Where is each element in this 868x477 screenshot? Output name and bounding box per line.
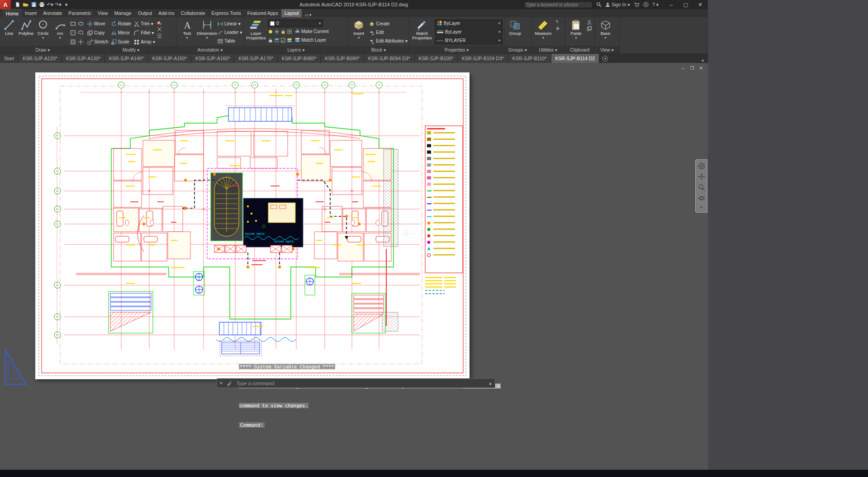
panel-label-properties[interactable]: Properties▾: [409, 46, 504, 53]
match-properties-button[interactable]: Match Properties: [411, 18, 433, 40]
ribbon-tab-output[interactable]: Output: [135, 9, 156, 17]
layer-walk-icon[interactable]: [274, 38, 280, 43]
dropdown-arrow-icon[interactable]: ▾: [59, 36, 61, 40]
ribbon-tab-home[interactable]: Home: [3, 9, 22, 17]
layer-off-icon[interactable]: [268, 29, 273, 34]
file-tab[interactable]: KSR-SJP-A170*: [234, 54, 277, 63]
full-navigation-wheel-icon[interactable]: [698, 162, 705, 172]
mirror-button[interactable]: Mirror: [111, 29, 131, 37]
linetype-select[interactable]: BYLAYER ▾: [435, 37, 503, 44]
dropdown-arrow-icon[interactable]: ▾: [575, 36, 577, 40]
group-button[interactable]: Group: [506, 18, 524, 36]
copy-clip-icon[interactable]: [587, 26, 592, 31]
dropdown-arrow-icon[interactable]: ▾: [65, 2, 68, 8]
dropdown-arrow-icon[interactable]: ▾: [51, 2, 53, 8]
drawing-viewport[interactable]: – ❐ ✕ ESCAPE ROUTEESCAPE ROUTE **** Syst…: [0, 63, 708, 470]
dropdown-arrow-icon[interactable]: ▾: [309, 13, 312, 17]
ribbon-tab-view[interactable]: View: [95, 9, 111, 17]
layer-lock-icon[interactable]: [280, 29, 286, 34]
tab-overflow-icon[interactable]: ▾: [702, 58, 704, 63]
line-button[interactable]: Line: [1, 18, 17, 36]
ribbon-tab-featured-apps[interactable]: Featured Apps: [244, 9, 281, 17]
hatch-icon[interactable]: [69, 29, 76, 37]
edit-block-button[interactable]: Edit: [369, 28, 408, 37]
minimize-button[interactable]: –: [664, 0, 678, 9]
dropdown-arrow-icon[interactable]: ▾: [542, 36, 544, 40]
sign-in-button[interactable]: Sign In ▾: [605, 2, 630, 7]
dropdown-arrow-icon[interactable]: ▾: [604, 36, 606, 40]
layer-isolate-icon[interactable]: [287, 29, 292, 34]
command-close-icon[interactable]: ✕: [217, 381, 225, 386]
windows-taskbar[interactable]: [0, 470, 868, 477]
autodesk-account-icon[interactable]: [643, 2, 649, 7]
doc-close-button[interactable]: ✕: [698, 66, 704, 71]
ribbon-tab-layout[interactable]: Layout: [281, 9, 302, 17]
zoom-icon[interactable]: [698, 184, 705, 193]
search-input[interactable]: Type a keyword or phrase: [524, 1, 593, 8]
dropdown-arrow-icon[interactable]: ▾: [240, 30, 242, 35]
ribbon-tab-express-tools[interactable]: Express Tools: [208, 9, 244, 17]
dropdown-arrow-icon[interactable]: ▾: [152, 30, 154, 35]
file-tab-active[interactable]: KSR-SJP-B114 D2: [551, 54, 600, 63]
scale-button[interactable]: Scale: [111, 38, 131, 46]
redo-icon[interactable]: ↷▾: [54, 0, 62, 9]
dropdown-arrow-icon[interactable]: ▾: [405, 38, 408, 43]
orbit-icon[interactable]: [698, 195, 705, 204]
id-point-icon[interactable]: [555, 26, 560, 31]
app-store-cart-icon[interactable]: [634, 2, 640, 7]
ribbon-tab-insert[interactable]: Insert: [22, 9, 40, 17]
insert-button[interactable]: Insert ▾: [350, 18, 368, 40]
ellipse-icon[interactable]: [77, 19, 84, 28]
maximize-button[interactable]: ▢: [678, 0, 693, 9]
array-button[interactable]: Array▾: [134, 38, 155, 46]
panel-label-clipboard[interactable]: Clipboard: [565, 46, 594, 53]
panel-label-groups[interactable]: Groups▾: [504, 46, 531, 53]
file-tab[interactable]: KSR-SJP-A140*: [105, 54, 148, 63]
paste-button[interactable]: Paste ▾: [567, 18, 585, 40]
file-tab[interactable]: KSR-SJP-A130*: [62, 54, 105, 63]
polyline-button[interactable]: Polyline: [19, 18, 34, 36]
navbar-more-icon[interactable]: ▾: [700, 205, 702, 210]
layer-unlock-icon[interactable]: [268, 38, 273, 43]
dimension-button[interactable]: Dimension ▾: [198, 18, 216, 40]
offset-icon[interactable]: [157, 33, 162, 39]
ribbon-display-toggle[interactable]: ▭▾: [304, 13, 311, 17]
doc-restore-button[interactable]: ❐: [689, 66, 695, 71]
file-tab[interactable]: KSR-SJP-B080*: [278, 54, 321, 63]
file-tab[interactable]: KSR-SJP-B104 D3*: [458, 54, 508, 63]
file-tab[interactable]: KSR-SJP-B110*: [508, 54, 551, 63]
ribbon-tab-manage[interactable]: Manage: [111, 9, 135, 17]
revision-cloud-icon[interactable]: [77, 29, 84, 37]
dropdown-arrow-icon[interactable]: ▾: [153, 39, 155, 44]
arc-button[interactable]: Arc ▾: [52, 18, 68, 40]
rectangle-icon[interactable]: [69, 19, 76, 28]
ribbon-tab-collaborate[interactable]: Collaborate: [178, 9, 209, 17]
panel-label-layers[interactable]: Layers▾: [244, 46, 348, 53]
region-icon[interactable]: [69, 38, 76, 46]
table-button[interactable]: Table: [218, 37, 242, 45]
doc-minimize-button[interactable]: –: [680, 66, 686, 71]
explode-icon[interactable]: [157, 26, 162, 32]
file-tab[interactable]: KSR-SJP-B094 D3*: [364, 54, 415, 63]
help-icon[interactable]: ?▾: [652, 2, 659, 7]
undo-icon[interactable]: ↶▾: [46, 0, 54, 9]
text-button[interactable]: A Text ▾: [178, 18, 196, 40]
dropdown-arrow-icon[interactable]: ▾: [358, 36, 360, 40]
dropdown-arrow-icon[interactable]: ▾: [151, 21, 153, 26]
command-input[interactable]: Type a command: [233, 381, 486, 386]
layer-freeze-icon[interactable]: [274, 29, 280, 34]
cut-icon[interactable]: [587, 19, 592, 25]
object-color-select[interactable]: ByLayer ▾: [435, 19, 503, 27]
autocad-logo-icon[interactable]: A: [0, 0, 11, 9]
layout-paper[interactable]: ESCAPE ROUTEESCAPE ROUTE: [35, 72, 470, 379]
layer-state-icon[interactable]: [280, 38, 286, 43]
stretch-button[interactable]: Stretch: [87, 38, 109, 46]
lineweight-select[interactable]: ByLayer ▾: [435, 28, 503, 36]
dropdown-arrow-icon[interactable]: ▾: [656, 2, 659, 7]
copy-button[interactable]: Copy: [87, 29, 109, 37]
move-button[interactable]: Move: [87, 19, 109, 28]
panel-label-block[interactable]: Block▾: [348, 46, 409, 53]
file-tab[interactable]: KSR-SJP-B090*: [321, 54, 364, 63]
create-block-button[interactable]: Create: [369, 19, 408, 28]
layer-merge-icon[interactable]: [287, 38, 292, 43]
